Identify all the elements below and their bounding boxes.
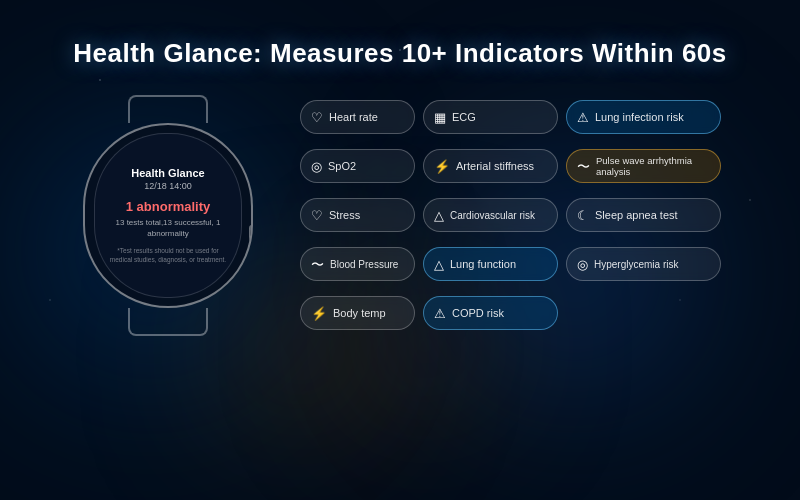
watch-screen: Health Glance 12/18 14:00 1 abnormality … <box>94 133 242 298</box>
lung-function-icon: △ <box>434 258 444 271</box>
pulse-wave-icon: 〜 <box>577 160 590 173</box>
heart-icon: ♡ <box>311 111 323 124</box>
cardiovascular-label: Cardiovascular risk <box>450 210 535 221</box>
arterial-icon: ⚡ <box>434 160 450 173</box>
watch-strap-top <box>128 95 208 123</box>
indicator-lung-infection[interactable]: ⚠ Lung infection risk <box>566 100 721 134</box>
hyperglycemia-label: Hyperglycemia risk <box>594 259 678 270</box>
spo2-icon: ◎ <box>311 160 322 173</box>
watch-count-text: 13 tests total,13 successful, 1 abnormal… <box>105 217 231 239</box>
spo2-label: SpO2 <box>328 160 356 172</box>
lung-infection-label: Lung infection risk <box>595 111 684 123</box>
warning-icon: ⚠ <box>577 111 589 124</box>
watch-abnormality-text: 1 abnormality <box>126 199 211 214</box>
indicator-cardiovascular[interactable]: △ Cardiovascular risk <box>423 198 558 232</box>
copd-risk-label: COPD risk <box>452 307 504 319</box>
blood-pressure-label: Blood Pressure <box>330 259 398 270</box>
watch-disclaimer-text: *Test results should not be used for med… <box>105 246 231 264</box>
arterial-stiffness-label: Arterial stiffness <box>456 160 534 172</box>
indicator-spo2[interactable]: ◎ SpO2 <box>300 149 415 183</box>
watch-screen-title: Health Glance <box>131 167 204 179</box>
indicator-ecg[interactable]: ▦ ECG <box>423 100 558 134</box>
body-temp-label: Body temp <box>333 307 386 319</box>
stress-icon: ♡ <box>311 209 323 222</box>
watch-side-button <box>249 225 253 245</box>
indicators-grid: ♡ Heart rate ▦ ECG ⚠ Lung infection risk… <box>300 100 770 338</box>
watch-body: Health Glance 12/18 14:00 1 abnormality … <box>83 123 253 308</box>
copd-icon: ⚠ <box>434 307 446 320</box>
indicator-arterial-stiffness[interactable]: ⚡ Arterial stiffness <box>423 149 558 183</box>
indicator-lung-function[interactable]: △ Lung function <box>423 247 558 281</box>
indicator-hyperglycemia[interactable]: ◎ Hyperglycemia risk <box>566 247 721 281</box>
watch-screen-date: 12/18 14:00 <box>144 181 192 191</box>
page-title: Health Glance: Measures 10+ Indicators W… <box>0 38 800 69</box>
pulse-wave-label: Pulse wave arrhythmia analysis <box>596 155 710 178</box>
hyperglycemia-icon: ◎ <box>577 258 588 271</box>
body-temp-icon: ⚡ <box>311 307 327 320</box>
ecg-icon: ▦ <box>434 111 446 124</box>
watch-strap-bottom <box>128 308 208 336</box>
lung-function-label: Lung function <box>450 258 516 270</box>
indicator-sleep-apnea[interactable]: ☾ Sleep apnea test <box>566 198 721 232</box>
watch-display: Health Glance 12/18 14:00 1 abnormality … <box>68 95 268 425</box>
indicator-stress[interactable]: ♡ Stress <box>300 198 415 232</box>
blood-pressure-icon: 〜 <box>311 258 324 271</box>
indicator-copd-risk[interactable]: ⚠ COPD risk <box>423 296 558 330</box>
indicator-pulse-wave[interactable]: 〜 Pulse wave arrhythmia analysis <box>566 149 721 183</box>
ecg-label: ECG <box>452 111 476 123</box>
indicator-blood-pressure[interactable]: 〜 Blood Pressure <box>300 247 415 281</box>
stress-label: Stress <box>329 209 360 221</box>
heart-rate-label: Heart rate <box>329 111 378 123</box>
cardiovascular-icon: △ <box>434 209 444 222</box>
indicator-heart-rate[interactable]: ♡ Heart rate <box>300 100 415 134</box>
sleep-apnea-label: Sleep apnea test <box>595 209 678 221</box>
indicator-body-temp[interactable]: ⚡ Body temp <box>300 296 415 330</box>
sleep-icon: ☾ <box>577 209 589 222</box>
